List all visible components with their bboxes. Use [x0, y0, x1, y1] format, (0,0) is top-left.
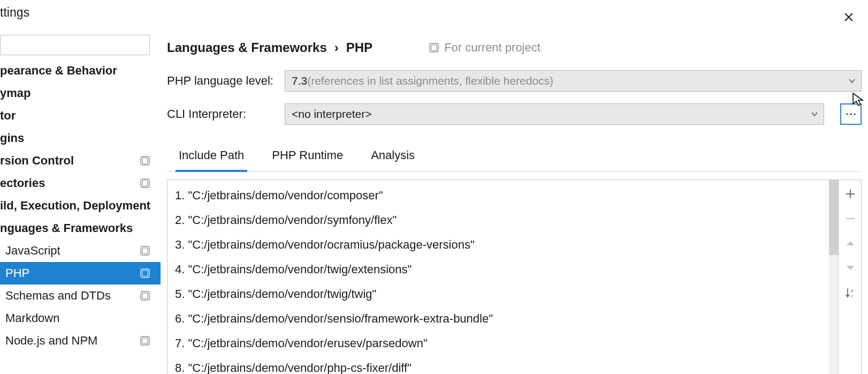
sidebar: pearance & Behaviorymaptorginsrsion Cont… [0, 28, 161, 374]
breadcrumb-group: Languages & Frameworks [167, 40, 327, 55]
sidebar-item-ectories[interactable]: ectories [0, 172, 161, 195]
project-scope-icon [140, 336, 150, 346]
breadcrumb: Languages & Frameworks › PHP [167, 40, 372, 55]
close-button[interactable] [841, 10, 856, 25]
scope-note: For current project [429, 41, 540, 55]
project-scope-icon [140, 246, 150, 256]
chevron-down-icon [848, 74, 856, 87]
minus-icon [845, 213, 856, 224]
include-path-item[interactable]: 7. "C:/jetbrains/demo/vendor/erusev/pars… [167, 331, 829, 356]
include-paths-list[interactable]: 1. "C:/jetbrains/demo/vendor/composer"2.… [167, 180, 829, 374]
sidebar-item-schemas-and-dtds[interactable]: Schemas and DTDs [0, 285, 161, 307]
svg-point-15 [850, 113, 851, 115]
svg-rect-3 [142, 181, 148, 186]
tabs: Include Path PHP Runtime Analysis [167, 143, 862, 172]
arrow-up-icon [846, 240, 855, 247]
arrow-down-icon [846, 264, 855, 272]
include-path-item[interactable]: 2. "C:/jetbrains/demo/vendor/symfony/fle… [167, 208, 829, 233]
include-path-item[interactable]: 1. "C:/jetbrains/demo/vendor/composer" [167, 183, 829, 208]
project-scope-icon [429, 43, 439, 53]
svg-point-14 [846, 113, 848, 115]
project-scope-icon [140, 291, 150, 301]
include-path-item[interactable]: 6. "C:/jetbrains/demo/vendor/sensio/fram… [167, 306, 829, 331]
include-path-item[interactable]: 4. "C:/jetbrains/demo/vendor/twig/extens… [167, 257, 829, 282]
sidebar-item-gins[interactable]: gins [0, 127, 161, 149]
sidebar-item-label: Markdown [5, 311, 59, 325]
sort-az-icon: az [844, 287, 856, 298]
scrollbar-thumb[interactable] [829, 180, 839, 255]
sidebar-item-rsion-control[interactable]: rsion Control [0, 149, 161, 172]
sidebar-item-node-js-and-npm[interactable]: Node.js and NPM [0, 330, 161, 352]
include-path-item[interactable]: 8. "C:/jetbrains/demo/vendor/php-cs-fixe… [167, 356, 829, 374]
sidebar-item-label: ymap [0, 86, 31, 100]
svg-rect-1 [142, 158, 148, 163]
sidebar-item-label: JavaScript [5, 244, 60, 258]
breadcrumb-page: PHP [346, 40, 372, 55]
scope-note-text: For current project [444, 41, 540, 55]
sidebar-item-php[interactable]: PHP [0, 262, 161, 285]
sidebar-item-label: gins [0, 131, 24, 145]
sidebar-item-label: pearance & Behavior [0, 64, 117, 78]
tab-include-path[interactable]: Include Path [176, 143, 247, 172]
include-path-item[interactable]: 3. "C:/jetbrains/demo/vendor/ocramius/pa… [167, 233, 829, 257]
settings-tree: pearance & Behaviorymaptorginsrsion Cont… [0, 59, 161, 352]
remove-path-button[interactable] [843, 211, 858, 226]
cli-interpreter-dropdown[interactable]: <no interpreter> [285, 103, 824, 125]
cli-interpreter-label: CLI Interpreter: [167, 107, 274, 121]
php-language-level-label: PHP language level: [167, 74, 274, 88]
settings-search-input[interactable] [0, 35, 150, 55]
sidebar-item-label: PHP [5, 266, 29, 280]
tab-php-runtime[interactable]: PHP Runtime [269, 143, 346, 171]
sidebar-item-label: ild, Execution, Deployment [0, 199, 150, 213]
move-down-button[interactable] [843, 260, 858, 275]
svg-point-16 [854, 113, 855, 115]
include-path-item[interactable]: 5. "C:/jetbrains/demo/vendor/twig/twig" [167, 282, 829, 306]
scrollbar[interactable] [829, 180, 839, 374]
close-icon [843, 12, 854, 23]
chevron-right-icon: › [334, 40, 339, 55]
sidebar-item-label: Node.js and NPM [5, 334, 97, 348]
tab-analysis[interactable]: Analysis [368, 143, 418, 171]
sidebar-item-tor[interactable]: tor [0, 104, 161, 127]
sidebar-item-ymap[interactable]: ymap [0, 82, 161, 104]
list-toolbar: az [839, 180, 861, 374]
dropdown-value: 7.3 [292, 74, 307, 87]
sidebar-item-javascript[interactable]: JavaScript [0, 240, 161, 262]
svg-text:z: z [851, 294, 853, 298]
sidebar-item-ild-execution-deployment[interactable]: ild, Execution, Deployment [0, 195, 161, 217]
mouse-cursor-icon [852, 92, 865, 107]
svg-rect-5 [142, 248, 148, 253]
sidebar-item-markdown[interactable]: Markdown [0, 307, 161, 330]
sidebar-item-label: nguages & Frameworks [0, 221, 133, 235]
chevron-down-icon [811, 108, 818, 121]
project-scope-icon [140, 268, 150, 278]
dropdown-value: <no interpreter> [292, 108, 371, 121]
svg-rect-11 [142, 338, 148, 343]
plus-icon [845, 189, 856, 199]
sidebar-item-label: Schemas and DTDs [5, 289, 111, 303]
project-scope-icon [140, 156, 150, 166]
svg-rect-13 [431, 45, 437, 50]
sidebar-item-pearance-behavior[interactable]: pearance & Behavior [0, 59, 161, 82]
svg-text:a: a [851, 288, 854, 293]
move-up-button[interactable] [843, 236, 858, 251]
sort-button[interactable]: az [843, 285, 858, 300]
project-scope-icon [140, 178, 150, 188]
sidebar-item-label: rsion Control [0, 154, 74, 168]
sidebar-item-label: ectories [0, 176, 45, 190]
add-path-button[interactable] [843, 186, 858, 201]
sidebar-item-label: tor [0, 109, 16, 123]
window-title: ttings [0, 0, 868, 28]
svg-rect-9 [142, 293, 148, 298]
php-language-level-dropdown[interactable]: 7.3 (references in list assignments, fle… [285, 70, 862, 92]
svg-rect-7 [142, 271, 148, 276]
sidebar-item-nguages-frameworks[interactable]: nguages & Frameworks [0, 217, 161, 240]
ellipsis-icon [846, 112, 856, 116]
dropdown-hint: (references in list assignments, flexibl… [307, 74, 553, 87]
settings-main: Languages & Frameworks › PHP For current… [161, 28, 868, 374]
